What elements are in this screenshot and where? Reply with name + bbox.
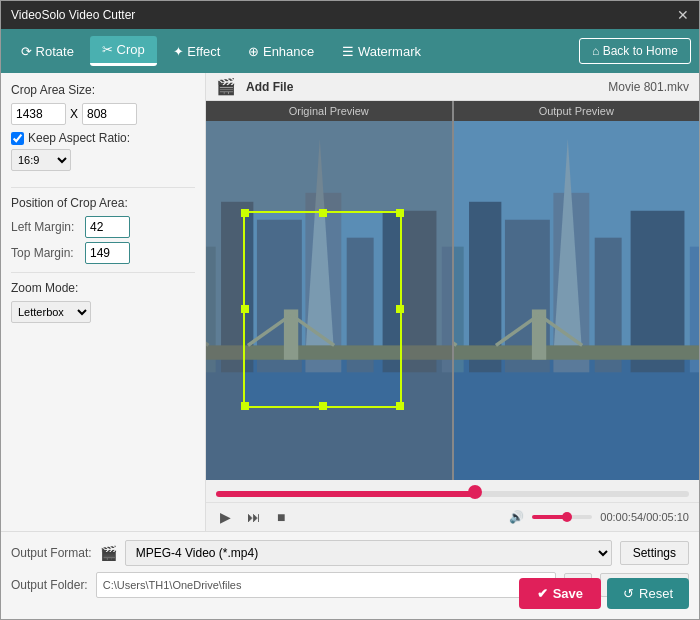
bottom-wrapper: Output Format: 🎬 MPEG-4 Video (*.mp4) AV… (1, 531, 699, 620)
crop-handle-bl[interactable] (241, 402, 249, 410)
add-file-icon: 🎬 (216, 77, 236, 96)
position-label: Position of Crop Area: (11, 196, 195, 210)
keep-aspect-label: Keep Aspect Ratio: (28, 131, 130, 145)
aspect-ratio-select[interactable]: 16:9 4:3 1:1 Custom (11, 149, 71, 171)
format-icon: 🎬 (100, 545, 117, 561)
crop-handle-br[interactable] (396, 402, 404, 410)
seekbar[interactable] (216, 491, 689, 497)
left-margin-input[interactable] (85, 216, 130, 238)
top-margin-label: Top Margin: (11, 246, 81, 260)
save-label: Save (553, 586, 583, 601)
keep-aspect-row: Keep Aspect Ratio: (11, 131, 195, 145)
seekbar-area (206, 480, 699, 502)
volume-slider[interactable] (532, 515, 592, 519)
watermark-button[interactable]: ☰ Watermark (330, 38, 433, 65)
step-forward-button[interactable]: ⏭ (243, 507, 265, 527)
play-button[interactable]: ▶ (216, 507, 235, 527)
top-margin-input[interactable] (85, 242, 130, 264)
file-name: Movie 801.mkv (608, 80, 689, 94)
svg-rect-35 (454, 345, 700, 359)
controls-bar: ▶ ⏭ ■ 🔊 00:00:54/00:05:10 (206, 502, 699, 531)
output-preview-pane: Output Preview (454, 101, 700, 480)
stop-button[interactable]: ■ (273, 507, 289, 527)
enhance-button[interactable]: ⊕ Enhance (236, 38, 326, 65)
left-margin-row: Left Margin: (11, 216, 195, 238)
keep-aspect-checkbox[interactable] (11, 132, 24, 145)
right-panel: 🎬 Add File Movie 801.mkv Original Previe… (206, 73, 699, 531)
x-separator: X (70, 107, 78, 121)
height-input[interactable] (82, 103, 137, 125)
output-video (454, 121, 700, 480)
app-title: VideoSolo Video Cutter (11, 8, 135, 22)
original-preview-pane: Original Preview (206, 101, 452, 480)
left-panel: Crop Area Size: X Keep Aspect Ratio: 16:… (1, 73, 206, 531)
crop-handle-tc[interactable] (319, 209, 327, 217)
crop-handle-ml[interactable] (241, 305, 249, 313)
output-preview-label: Output Preview (454, 101, 700, 121)
save-button[interactable]: ✔ Save (519, 578, 601, 609)
crop-overlay[interactable] (243, 211, 403, 408)
svg-rect-23 (454, 354, 700, 480)
action-buttons: ✔ Save ↺ Reset (519, 578, 689, 609)
width-input[interactable] (11, 103, 66, 125)
zoom-mode-label: Zoom Mode: (11, 281, 195, 295)
back-to-home-button[interactable]: ⌂ Back to Home (579, 38, 691, 64)
file-bar: 🎬 Add File Movie 801.mkv (206, 73, 699, 101)
format-row: Output Format: 🎬 MPEG-4 Video (*.mp4) AV… (11, 540, 689, 566)
reset-icon: ↺ (623, 586, 634, 601)
add-file-label[interactable]: Add File (246, 80, 293, 94)
top-margin-row: Top Margin: (11, 242, 195, 264)
crop-button[interactable]: ✂ Crop (90, 36, 157, 66)
time-display: 00:00:54/00:05:10 (600, 511, 689, 523)
rotate-button[interactable]: ⟳ Rotate (9, 38, 86, 65)
preview-area: Original Preview (206, 101, 699, 480)
reset-button[interactable]: ↺ Reset (607, 578, 689, 609)
original-preview-label: Original Preview (206, 101, 452, 121)
crop-handle-bc[interactable] (319, 402, 327, 410)
format-label: Output Format: (11, 546, 92, 560)
folder-path-input[interactable] (96, 572, 557, 598)
crop-handle-tr[interactable] (396, 209, 404, 217)
effect-button[interactable]: ✦ Effect (161, 38, 233, 65)
left-margin-label: Left Margin: (11, 220, 81, 234)
crop-handle-tl[interactable] (241, 209, 249, 217)
crop-area-size-label: Crop Area Size: (11, 83, 195, 97)
size-inputs: X (11, 103, 195, 125)
close-button[interactable]: ✕ (677, 7, 689, 23)
title-bar: VideoSolo Video Cutter ✕ (1, 1, 699, 29)
zoom-mode-select[interactable]: Letterbox Pan & Scan Full (11, 301, 91, 323)
crop-handle-mr[interactable] (396, 305, 404, 313)
reset-label: Reset (639, 586, 673, 601)
volume-icon: 🔊 (509, 510, 524, 524)
folder-label: Output Folder: (11, 578, 88, 592)
settings-button[interactable]: Settings (620, 541, 689, 565)
format-select[interactable]: MPEG-4 Video (*.mp4) AVI MKV (125, 540, 612, 566)
save-checkmark-icon: ✔ (537, 586, 548, 601)
main-content: Crop Area Size: X Keep Aspect Ratio: 16:… (1, 73, 699, 531)
toolbar: ⟳ Rotate ✂ Crop ✦ Effect ⊕ Enhance ☰ Wat… (1, 29, 699, 73)
original-video (206, 121, 452, 480)
